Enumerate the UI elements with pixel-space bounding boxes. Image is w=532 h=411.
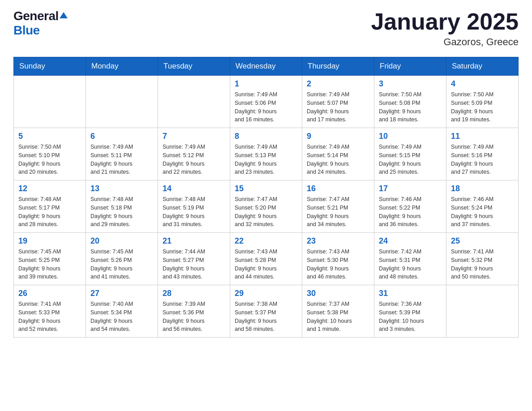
- day-info: Sunrise: 7:49 AMSunset: 5:11 PMDaylight:…: [90, 143, 153, 176]
- day-info: Sunrise: 7:48 AMSunset: 5:18 PMDaylight:…: [90, 195, 153, 229]
- day-number: 24: [379, 236, 442, 246]
- logo-triangle-icon: [60, 11, 68, 19]
- header-row: SundayMondayTuesdayWednesdayThursdayFrid…: [14, 57, 519, 76]
- day-cell: 26Sunrise: 7:41 AMSunset: 5:33 PMDayligh…: [14, 285, 86, 338]
- day-info: Sunrise: 7:49 AMSunset: 5:16 PMDaylight:…: [451, 143, 514, 176]
- day-number: 29: [235, 289, 297, 298]
- day-cell: 24Sunrise: 7:42 AMSunset: 5:31 PMDayligh…: [374, 233, 446, 285]
- day-number: 22: [235, 236, 297, 246]
- day-number: 27: [90, 289, 153, 298]
- day-number: 30: [307, 289, 369, 298]
- calendar-subtitle: Gazoros, Greece: [371, 36, 519, 48]
- day-cell: 5Sunrise: 7:50 AMSunset: 5:10 PMDaylight…: [14, 128, 86, 180]
- day-number: 7: [163, 132, 225, 141]
- day-info: Sunrise: 7:38 AMSunset: 5:37 PMDaylight:…: [235, 300, 297, 334]
- day-cell: [86, 76, 158, 128]
- header-cell-sunday: Sunday: [14, 57, 86, 76]
- day-cell: 6Sunrise: 7:49 AMSunset: 5:11 PMDaylight…: [86, 128, 158, 180]
- day-info: Sunrise: 7:45 AMSunset: 5:25 PMDaylight:…: [18, 248, 81, 281]
- day-info: Sunrise: 7:50 AMSunset: 5:10 PMDaylight:…: [18, 143, 81, 176]
- day-cell: 10Sunrise: 7:49 AMSunset: 5:15 PMDayligh…: [374, 128, 446, 180]
- day-number: 31: [379, 289, 442, 298]
- day-cell: 28Sunrise: 7:39 AMSunset: 5:36 PMDayligh…: [158, 285, 230, 338]
- day-cell: 1Sunrise: 7:49 AMSunset: 5:06 PMDaylight…: [230, 76, 302, 128]
- day-number: 16: [307, 184, 369, 193]
- day-info: Sunrise: 7:50 AMSunset: 5:08 PMDaylight:…: [379, 90, 442, 124]
- day-info: Sunrise: 7:49 AMSunset: 5:14 PMDaylight:…: [307, 143, 369, 176]
- day-cell: 31Sunrise: 7:36 AMSunset: 5:39 PMDayligh…: [374, 285, 446, 338]
- day-cell: [14, 76, 86, 128]
- day-cell: [446, 285, 519, 338]
- day-info: Sunrise: 7:41 AMSunset: 5:32 PMDaylight:…: [451, 248, 514, 281]
- day-cell: 7Sunrise: 7:49 AMSunset: 5:12 PMDaylight…: [158, 128, 230, 180]
- day-info: Sunrise: 7:48 AMSunset: 5:19 PMDaylight:…: [163, 195, 225, 229]
- week-row-5: 26Sunrise: 7:41 AMSunset: 5:33 PMDayligh…: [14, 285, 519, 338]
- day-number: 1: [235, 79, 297, 89]
- day-number: 19: [18, 236, 81, 246]
- header-cell-monday: Monday: [86, 57, 158, 76]
- day-cell: 23Sunrise: 7:43 AMSunset: 5:30 PMDayligh…: [302, 233, 374, 285]
- day-cell: [158, 76, 230, 128]
- day-cell: 22Sunrise: 7:43 AMSunset: 5:28 PMDayligh…: [230, 233, 302, 285]
- day-number: 6: [90, 132, 153, 141]
- day-info: Sunrise: 7:47 AMSunset: 5:20 PMDaylight:…: [235, 195, 297, 229]
- day-cell: 25Sunrise: 7:41 AMSunset: 5:32 PMDayligh…: [446, 233, 519, 285]
- day-cell: 2Sunrise: 7:49 AMSunset: 5:07 PMDaylight…: [302, 76, 374, 128]
- day-number: 3: [379, 79, 442, 89]
- day-cell: 17Sunrise: 7:46 AMSunset: 5:22 PMDayligh…: [374, 180, 446, 233]
- day-cell: 14Sunrise: 7:48 AMSunset: 5:19 PMDayligh…: [158, 180, 230, 233]
- day-cell: 4Sunrise: 7:50 AMSunset: 5:09 PMDaylight…: [446, 76, 519, 128]
- day-cell: 3Sunrise: 7:50 AMSunset: 5:08 PMDaylight…: [374, 76, 446, 128]
- day-cell: 9Sunrise: 7:49 AMSunset: 5:14 PMDaylight…: [302, 128, 374, 180]
- day-info: Sunrise: 7:49 AMSunset: 5:12 PMDaylight:…: [163, 143, 225, 176]
- day-number: 2: [307, 79, 369, 89]
- day-number: 11: [451, 132, 514, 141]
- day-info: Sunrise: 7:49 AMSunset: 5:06 PMDaylight:…: [235, 90, 297, 124]
- day-info: Sunrise: 7:49 AMSunset: 5:07 PMDaylight:…: [307, 90, 369, 124]
- day-cell: 27Sunrise: 7:40 AMSunset: 5:34 PMDayligh…: [86, 285, 158, 338]
- week-row-2: 5Sunrise: 7:50 AMSunset: 5:10 PMDaylight…: [14, 128, 519, 180]
- day-cell: 12Sunrise: 7:48 AMSunset: 5:17 PMDayligh…: [14, 180, 86, 233]
- header-cell-saturday: Saturday: [446, 57, 519, 76]
- day-number: 8: [235, 132, 297, 141]
- day-cell: 15Sunrise: 7:47 AMSunset: 5:20 PMDayligh…: [230, 180, 302, 233]
- day-number: 23: [307, 236, 369, 246]
- title-area: January 2025 Gazoros, Greece: [371, 9, 519, 48]
- day-cell: 13Sunrise: 7:48 AMSunset: 5:18 PMDayligh…: [86, 180, 158, 233]
- day-info: Sunrise: 7:37 AMSunset: 5:38 PMDaylight:…: [307, 300, 369, 334]
- logo-blue-text: Blue: [13, 23, 40, 38]
- day-number: 21: [163, 236, 225, 246]
- day-info: Sunrise: 7:44 AMSunset: 5:27 PMDaylight:…: [163, 248, 225, 281]
- day-number: 28: [163, 289, 225, 298]
- day-number: 4: [451, 79, 514, 89]
- day-cell: 11Sunrise: 7:49 AMSunset: 5:16 PMDayligh…: [446, 128, 519, 180]
- day-info: Sunrise: 7:46 AMSunset: 5:22 PMDaylight:…: [379, 195, 442, 229]
- day-number: 12: [18, 184, 81, 193]
- header: General Blue January 2025 Gazoros, Greec…: [13, 9, 519, 48]
- calendar-table: SundayMondayTuesdayWednesdayThursdayFrid…: [13, 57, 519, 338]
- day-number: 18: [451, 184, 514, 193]
- day-info: Sunrise: 7:43 AMSunset: 5:28 PMDaylight:…: [235, 248, 297, 281]
- day-cell: 8Sunrise: 7:49 AMSunset: 5:13 PMDaylight…: [230, 128, 302, 180]
- day-info: Sunrise: 7:42 AMSunset: 5:31 PMDaylight:…: [379, 248, 442, 281]
- day-cell: 30Sunrise: 7:37 AMSunset: 5:38 PMDayligh…: [302, 285, 374, 338]
- week-row-1: 1Sunrise: 7:49 AMSunset: 5:06 PMDaylight…: [14, 76, 519, 128]
- day-number: 5: [18, 132, 81, 141]
- day-info: Sunrise: 7:46 AMSunset: 5:24 PMDaylight:…: [451, 195, 514, 229]
- day-number: 14: [163, 184, 225, 193]
- day-cell: 20Sunrise: 7:45 AMSunset: 5:26 PMDayligh…: [86, 233, 158, 285]
- day-number: 17: [379, 184, 442, 193]
- day-number: 13: [90, 184, 153, 193]
- week-row-3: 12Sunrise: 7:48 AMSunset: 5:17 PMDayligh…: [14, 180, 519, 233]
- header-cell-tuesday: Tuesday: [158, 57, 230, 76]
- svg-marker-0: [60, 12, 68, 18]
- header-cell-wednesday: Wednesday: [230, 57, 302, 76]
- day-number: 15: [235, 184, 297, 193]
- day-info: Sunrise: 7:36 AMSunset: 5:39 PMDaylight:…: [379, 300, 442, 334]
- day-number: 9: [307, 132, 369, 141]
- day-info: Sunrise: 7:49 AMSunset: 5:13 PMDaylight:…: [235, 143, 297, 176]
- day-cell: 16Sunrise: 7:47 AMSunset: 5:21 PMDayligh…: [302, 180, 374, 233]
- day-cell: 21Sunrise: 7:44 AMSunset: 5:27 PMDayligh…: [158, 233, 230, 285]
- day-info: Sunrise: 7:41 AMSunset: 5:33 PMDaylight:…: [18, 300, 81, 334]
- header-cell-friday: Friday: [374, 57, 446, 76]
